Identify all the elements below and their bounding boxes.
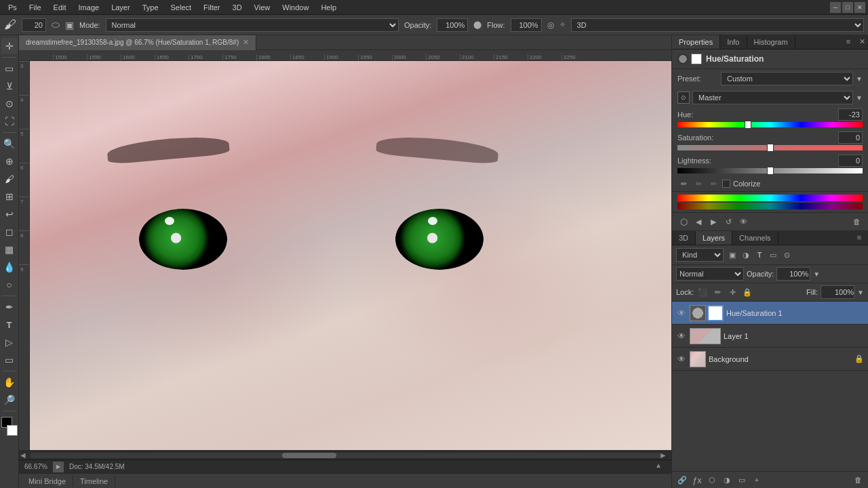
minimize-button[interactable]: ─: [830, 2, 841, 13]
panel-collapse-icon[interactable]: ✕: [856, 35, 868, 47]
flow-input[interactable]: [511, 18, 542, 32]
type-menu[interactable]: Type: [137, 2, 164, 13]
opacity-icon[interactable]: ⬤: [473, 20, 481, 29]
channel-menu-icon[interactable]: ▼: [856, 94, 863, 102]
airbrush-icon[interactable]: ✧: [559, 20, 566, 29]
add-layer-style-button[interactable]: ƒx: [691, 474, 703, 486]
saturation-slider-thumb[interactable]: [767, 144, 774, 152]
saturation-slider-track[interactable]: [677, 145, 863, 150]
view-menu[interactable]: View: [249, 2, 276, 13]
eyedropper-tool[interactable]: 🔍: [1, 136, 18, 152]
layer-visibility-background[interactable]: 👁: [676, 354, 687, 365]
brush-tool-icon[interactable]: 🖌: [4, 18, 16, 32]
pencil-icon-2[interactable]: ✏: [692, 178, 705, 190]
saturation-value-input[interactable]: [838, 131, 863, 144]
fill-arrow-icon[interactable]: ▼: [857, 289, 864, 296]
hue-slider-thumb[interactable]: [745, 121, 751, 129]
next-state-button[interactable]: ▶: [707, 216, 719, 228]
new-group-button[interactable]: ▭: [736, 474, 748, 486]
delete-button[interactable]: 🗑: [850, 216, 863, 228]
pen-tool[interactable]: ✒: [1, 299, 18, 315]
scrollbar-thumb[interactable]: [282, 453, 336, 458]
clone-stamp-tool[interactable]: ⊞: [1, 188, 18, 205]
blur-tool[interactable]: 💧: [1, 259, 18, 275]
pencil-icon-3[interactable]: ✏: [707, 178, 719, 190]
path-select-tool[interactable]: ▷: [1, 334, 18, 350]
3d-menu[interactable]: 3D: [227, 2, 248, 13]
hue-value-input[interactable]: [838, 108, 863, 121]
new-layer-button[interactable]: +: [751, 474, 763, 486]
layer-item-layer1[interactable]: 👁 Layer 1: [672, 325, 868, 348]
opacity-input[interactable]: [437, 18, 468, 32]
file-menu[interactable]: File: [24, 2, 47, 13]
dodge-tool[interactable]: ○: [1, 277, 18, 293]
layer-item-background[interactable]: 👁 Background 🔒: [672, 348, 868, 371]
smart-filter-icon[interactable]: ⊙: [781, 249, 793, 261]
shape-tool[interactable]: ▭: [1, 352, 18, 368]
tab-info[interactable]: Info: [720, 35, 747, 49]
type-tool[interactable]: T: [1, 317, 18, 333]
lock-pixel-icon[interactable]: ⬛: [696, 286, 709, 298]
link-layers-button[interactable]: 🔗: [676, 474, 688, 486]
lock-all-icon[interactable]: 🔒: [741, 286, 753, 298]
preset-select[interactable]: Custom: [721, 72, 853, 85]
visibility-button[interactable]: 👁: [737, 216, 749, 228]
tab-close-button[interactable]: ✕: [243, 38, 249, 47]
select-menu[interactable]: Select: [165, 2, 197, 13]
zoom-tool[interactable]: 🔎: [1, 392, 18, 408]
mode-select[interactable]: Normal: [106, 18, 399, 32]
history-brush-tool[interactable]: ↩: [1, 206, 18, 222]
help-menu[interactable]: Help: [315, 2, 342, 13]
brush-tool[interactable]: 🖌: [1, 171, 18, 187]
hue-sat-layer-thumbs[interactable]: [690, 305, 724, 321]
colorize-checkbox[interactable]: [722, 180, 730, 188]
quick-select-tool[interactable]: ⊙: [1, 96, 18, 112]
layer-item-hue-sat[interactable]: 👁 Hue/Saturation 1: [672, 302, 868, 325]
brush-size-icon[interactable]: ⬭: [52, 19, 60, 30]
brush-size-input[interactable]: [22, 18, 46, 32]
background-color[interactable]: [7, 425, 18, 436]
opacity-row-input[interactable]: [776, 267, 810, 281]
hue-sat-mask-thumb[interactable]: [707, 305, 724, 321]
channel-picker-icon[interactable]: ⊙: [677, 92, 690, 104]
tab-3d[interactable]: 3D: [672, 231, 696, 245]
crop-tool[interactable]: ⛶: [1, 113, 18, 129]
workspace-select[interactable]: 3D: [571, 18, 864, 32]
add-mask-button[interactable]: ⬡: [706, 474, 718, 486]
pixel-filter-icon[interactable]: ▣: [726, 249, 738, 261]
document-tab[interactable]: dreamstimefree_19130358-a.jpg @ 66.7% (H…: [19, 35, 256, 50]
lightness-value-input[interactable]: [838, 155, 863, 167]
maximize-button[interactable]: □: [842, 2, 853, 13]
tab-channels[interactable]: Channels: [732, 231, 778, 245]
shape-filter-icon[interactable]: ▭: [767, 249, 779, 261]
layer-menu[interactable]: Layer: [106, 2, 136, 13]
tab-properties[interactable]: Properties: [672, 35, 720, 49]
move-tool[interactable]: ✛: [1, 38, 18, 54]
marquee-tool[interactable]: ▭: [1, 60, 18, 77]
lightness-slider-thumb[interactable]: [767, 167, 774, 175]
horizontal-scrollbar[interactable]: ◀ ▶: [19, 450, 671, 460]
fill-input[interactable]: [821, 285, 854, 299]
navigator-button[interactable]: ▶: [53, 462, 64, 472]
opacity-arrow-icon[interactable]: ▼: [813, 270, 820, 278]
reset-button[interactable]: ↺: [722, 216, 734, 228]
preset-menu-icon[interactable]: ▼: [856, 75, 863, 83]
ps-menu[interactable]: Ps: [3, 2, 22, 13]
scroll-left-button[interactable]: ◀: [20, 451, 30, 459]
healing-brush-tool[interactable]: ⊕: [1, 153, 18, 169]
hand-tool[interactable]: ✋: [1, 374, 18, 390]
channel-select[interactable]: Master: [692, 91, 853, 104]
scroll-up-button[interactable]: ▲: [655, 462, 666, 472]
type-filter-icon[interactable]: T: [753, 249, 766, 261]
clip-to-layer-button[interactable]: ⬡: [677, 216, 690, 228]
blend-mode-select[interactable]: Normal: [676, 267, 744, 281]
lightness-slider-track[interactable]: [677, 168, 863, 174]
canvas-content[interactable]: [30, 61, 671, 450]
lock-move-icon[interactable]: ✛: [726, 286, 738, 298]
flow-icon[interactable]: ◎: [547, 20, 554, 30]
tab-layers[interactable]: Layers: [696, 231, 732, 245]
image-menu[interactable]: Image: [73, 2, 105, 13]
mini-bridge-tab[interactable]: Mini Bridge: [22, 476, 73, 487]
adjustment-filter-icon[interactable]: ◑: [740, 249, 752, 261]
scroll-right-button[interactable]: ▶: [660, 451, 670, 459]
